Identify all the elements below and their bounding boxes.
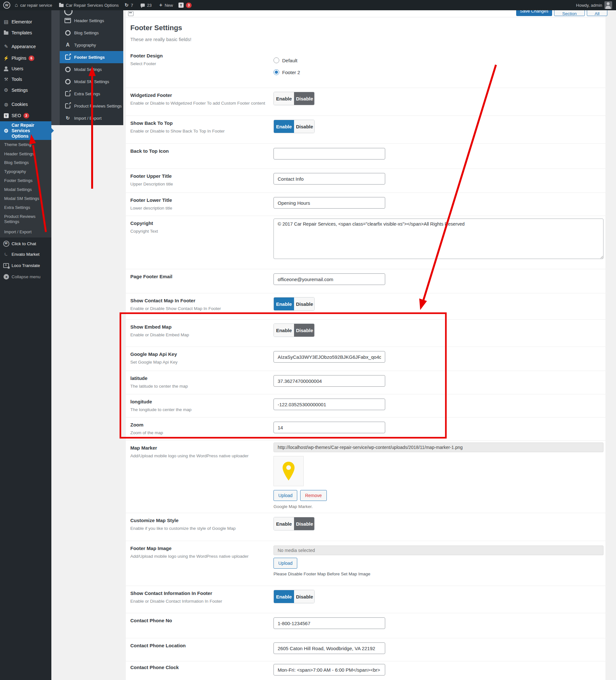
latitude-input[interactable] — [274, 375, 385, 387]
updates-icon — [124, 2, 129, 8]
submenu-theme-setting[interactable]: Theme Setting — [4, 142, 47, 147]
submenu-modal-settings[interactable]: Modal Settings — [4, 187, 47, 192]
footer-lower-title-input[interactable] — [274, 197, 385, 208]
copyright-textarea[interactable]: © 2017 Car Repair Services, <span class=… — [274, 219, 604, 259]
back-to-top-icon-input[interactable] — [274, 148, 385, 160]
screen-icon[interactable] — [128, 11, 134, 16]
footer-map-image-input[interactable] — [274, 545, 604, 555]
nav-item-blog-settings[interactable]: Blog Settings — [60, 27, 123, 39]
sidebar-item-seo[interactable]: SEO3 — [0, 110, 51, 121]
google-map-api-key-input[interactable] — [274, 351, 385, 363]
row-footer-upper-title: Footer Upper TitleUpper Description titl… — [126, 169, 606, 193]
disable-button[interactable]: Disable — [294, 92, 314, 105]
home-icon — [15, 2, 18, 8]
submenu-typography[interactable]: Typography — [4, 169, 47, 174]
sidebar-item-plugins[interactable]: Plugins6 — [0, 53, 51, 63]
nav-item-header-settings[interactable]: Header Settings — [60, 15, 123, 27]
comments-link[interactable]: 23 — [141, 0, 151, 10]
account-menu[interactable]: Howdy, admin — [576, 0, 612, 10]
submenu-modal-sm-settings[interactable]: Modal SM Settings — [4, 196, 47, 201]
sidebar-item-users[interactable]: Users — [0, 63, 51, 74]
enable-button[interactable]: Enable — [274, 298, 294, 310]
radio-checked-icon[interactable] — [274, 69, 279, 75]
nav-item-modal-sm-settings[interactable]: Modal SM Settings — [60, 76, 123, 88]
settings-icon — [3, 87, 9, 93]
disable-button[interactable]: Disable — [294, 324, 314, 337]
row-page-footer-email: Page Footer Email — [126, 269, 606, 293]
radio-option-footer-2[interactable]: Footer 2 — [274, 69, 603, 75]
translate-icon — [3, 263, 9, 268]
row-show-contact-map: Show Contact Map In FooterEnable or Disa… — [126, 293, 606, 320]
submenu-footer-settings[interactable]: Footer Settings — [4, 178, 47, 183]
current-page-link[interactable]: Car Repair Services Options — [59, 0, 119, 10]
row-customize-map-style: Customize Map StyleEnable if you like to… — [126, 513, 606, 541]
row-map-marker: Map MarkerAdd/Upload mobile logo using t… — [126, 441, 606, 513]
show-embed-map-toggle: Enable Disable — [274, 323, 315, 337]
row-back-to-top-icon: Back to Top Icon — [126, 144, 606, 169]
comments-count: 23 — [147, 3, 151, 8]
footer-upper-title-input[interactable] — [274, 173, 385, 185]
sidebar-item-elementor[interactable]: Elementor — [0, 17, 51, 27]
wordpress-menu[interactable] — [3, 0, 10, 10]
import-export-icon — [64, 115, 72, 121]
admin-sidebar: Elementor Templates Appearance Plugins6 … — [0, 10, 51, 680]
radio-unchecked-icon[interactable] — [274, 57, 279, 63]
submenu-product-reviews-settings[interactable]: Product Reviews Settings — [4, 214, 39, 224]
remove-button[interactable]: Remove — [300, 490, 327, 501]
longitude-input[interactable] — [274, 399, 385, 410]
nav-item-extra-settings[interactable]: Extra Settings — [60, 88, 123, 100]
enable-button[interactable]: Enable — [274, 517, 294, 530]
enable-button[interactable]: Enable — [274, 590, 294, 603]
radio-option-default[interactable]: Default — [274, 57, 603, 63]
enable-button[interactable]: Enable — [274, 324, 294, 337]
panel-gap — [51, 10, 60, 125]
disable-button[interactable]: Disable — [294, 298, 314, 310]
submenu-header-settings[interactable]: Header Settings — [4, 151, 47, 157]
sidebar-item-appearance[interactable]: Appearance — [0, 41, 51, 52]
enable-button[interactable]: Enable — [274, 120, 294, 133]
yoast-seo-icon — [4, 113, 9, 118]
appearance-icon — [3, 44, 9, 50]
zoom-input[interactable] — [274, 422, 385, 433]
contact-phone-clock-input[interactable] — [274, 664, 385, 676]
sidebar-item-settings[interactable]: Settings — [0, 85, 51, 96]
disable-button[interactable]: Disable — [294, 120, 314, 133]
disable-button[interactable]: Disable — [294, 590, 314, 603]
nav-item-footer-settings[interactable]: Footer Settings — [60, 51, 123, 63]
seo-notifications[interactable]: 3 — [178, 0, 192, 10]
upload-button[interactable]: Upload — [274, 490, 297, 501]
new-content-link[interactable]: New — [159, 0, 173, 10]
show-contact-information-toggle: Enable Disable — [274, 590, 315, 603]
upload-button[interactable]: Upload — [274, 558, 297, 569]
users-icon — [3, 66, 9, 71]
updates-link[interactable]: 7 — [124, 0, 133, 10]
sidebar-item-click-to-chat[interactable]: Click to Chat — [0, 238, 51, 249]
submenu-import-export[interactable]: Import / Export — [4, 229, 47, 234]
nav-item-import-export[interactable]: Import / Export — [60, 112, 123, 124]
wordpress-logo-icon — [3, 2, 10, 9]
enable-button[interactable]: Enable — [274, 92, 294, 105]
sidebar-item-cookies[interactable]: Cookies — [0, 99, 51, 110]
sidebar-item-loco-translate[interactable]: Loco Translate — [0, 260, 51, 271]
disable-button[interactable]: Disable — [294, 517, 314, 530]
sidebar-item-envato-market[interactable]: Envato Market — [0, 249, 51, 260]
sidebar-item-templates[interactable]: Templates — [0, 27, 51, 38]
site-link[interactable]: car repair service — [15, 0, 52, 10]
nav-item-product-reviews-settings[interactable]: Product Reviews Settings — [60, 100, 123, 112]
nav-item-modal-settings[interactable]: Modal Settings — [60, 63, 123, 76]
sidebar-item-collapse-menu[interactable]: Collapse menu — [0, 271, 51, 282]
nav-item-typography[interactable]: Typography — [60, 39, 123, 51]
contact-phone-no-input[interactable] — [274, 617, 385, 629]
row-footer-lower-title: Footer Lower TitleLower description titl… — [126, 193, 606, 216]
contact-phone-location-input[interactable] — [274, 643, 385, 654]
sidebar-item-car-repair-options[interactable]: Car Repair Services Options — [0, 121, 51, 140]
page-name: Car Repair Services Options — [66, 3, 119, 8]
submenu-blog-settings[interactable]: Blog Settings — [4, 160, 47, 165]
map-marker-url-input[interactable] — [274, 443, 604, 452]
collapse-arrow-icon — [3, 274, 9, 280]
submenu-extra-settings[interactable]: Extra Settings — [4, 205, 47, 210]
sidebar-item-tools[interactable]: Tools — [0, 74, 51, 85]
page-footer-email-input[interactable] — [274, 274, 385, 285]
extra-settings-icon — [65, 91, 70, 96]
elementor-icon — [3, 19, 9, 25]
